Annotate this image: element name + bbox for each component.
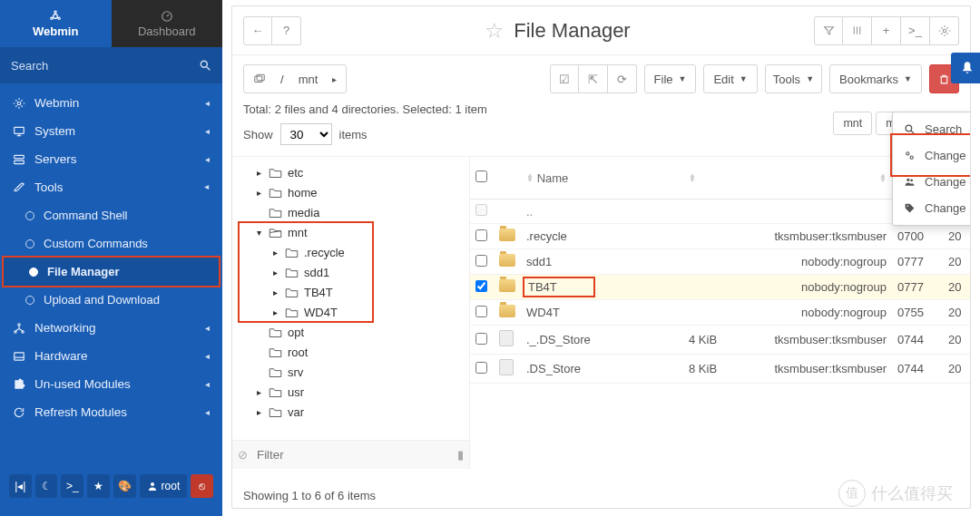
tree-arrow-icon[interactable]: ▸ [254, 407, 263, 417]
columns-button[interactable] [843, 16, 872, 45]
table-row[interactable]: sdd1nobody:nogroup077720 [470, 249, 970, 275]
sidebar-item-networking[interactable]: Networking◂ [0, 314, 222, 342]
breadcrumb-current[interactable]: mnt [293, 69, 324, 90]
select-all-checkbox[interactable] [475, 170, 487, 182]
tree-arrow-icon[interactable]: ▸ [270, 307, 279, 317]
tree-item-TB4T[interactable]: ▸TB4T [234, 282, 467, 302]
settings-button[interactable] [930, 16, 959, 45]
table-row[interactable]: WD4Tnobody:nogroup075520 [470, 300, 970, 326]
breadcrumb-root[interactable]: / [275, 69, 289, 90]
edit-menu[interactable]: Edit▼ [703, 64, 757, 93]
sidebar-item-tools[interactable]: Tools▾ [0, 173, 222, 201]
tree-item-media[interactable]: media [234, 202, 467, 222]
tree-filter-input[interactable] [253, 444, 452, 465]
sidebar-item-servers[interactable]: Servers◂ [0, 145, 222, 173]
footer-status: Showing 1 to 6 of 6 items [243, 489, 376, 502]
sidebar-item-refresh-modules[interactable]: Refresh Modules◂ [0, 398, 222, 426]
tools-permissions[interactable]: Change permissions [893, 142, 971, 169]
footer-star-button[interactable]: ★ [87, 474, 110, 498]
table-row[interactable]: .recycletksmbuser:tksmbuser070020 [470, 224, 970, 249]
search-input[interactable] [11, 59, 199, 73]
row-checkbox[interactable] [475, 306, 487, 317]
tree-filter-folder-icon[interactable]: ▮ [457, 448, 464, 462]
tree-filter-close-icon[interactable]: ⊘ [238, 448, 248, 462]
row-checkbox[interactable] [475, 333, 487, 345]
table-row[interactable]: .DS_Store8 KiBtksmbuser:tksmbuser074420 [470, 355, 970, 384]
select-all-button[interactable]: ☑ [550, 64, 579, 93]
row-checkbox[interactable] [475, 280, 487, 292]
tree-item-etc[interactable]: ▸etc [234, 162, 467, 182]
page-title-wrap: ☆ File Manager [307, 18, 808, 44]
sidebar-item-system[interactable]: System◂ [0, 117, 222, 145]
tree-item-root[interactable]: root [234, 342, 467, 362]
help-button[interactable]: ? [272, 16, 301, 45]
tree-arrow-icon[interactable]: ▸ [254, 168, 263, 178]
tree-item-mnt[interactable]: ▾mnt [234, 222, 467, 242]
sidebar-item-un-used-modules[interactable]: Un-used Modules◂ [0, 370, 222, 398]
tree-item-usr[interactable]: ▸usr [234, 382, 467, 402]
tab-dashboard[interactable]: Dashboard [112, 0, 223, 47]
gears-icon [904, 150, 916, 161]
tree-item-home[interactable]: ▸home [234, 182, 467, 202]
gear-icon [13, 97, 25, 110]
footer-logout-button[interactable]: ⎋ [191, 474, 213, 498]
tree-item-WD4T[interactable]: ▸WD4T [234, 302, 467, 322]
search-icon[interactable] [199, 59, 211, 72]
tree-item-var[interactable]: ▸var [234, 402, 467, 422]
tree-arrow-icon[interactable]: ▸ [270, 287, 279, 297]
tab-webmin[interactable]: Webmin [0, 0, 112, 47]
back-button[interactable]: ← [243, 16, 272, 45]
sidebar-subitem-custom-commands[interactable]: Custom Commands [0, 229, 222, 258]
tree-arrow-icon[interactable]: ▸ [270, 248, 279, 258]
table-row[interactable]: TB4Tnobody:nogroup077720 [470, 275, 970, 300]
sidebar-item-webmin[interactable]: Webmin◂ [0, 89, 222, 117]
sidebar-item-hardware[interactable]: Hardware◂ [0, 342, 222, 370]
footer-user-button[interactable]: root [140, 474, 188, 498]
col-name[interactable]: Name [537, 171, 569, 185]
bookmarks-menu[interactable]: Bookmarks▼ [829, 64, 922, 93]
row-checkbox[interactable] [475, 255, 487, 267]
folder-icon [269, 406, 282, 418]
footer-palette-button[interactable]: 🎨 [113, 474, 136, 498]
tree-item-sdd1[interactable]: ▸sdd1 [234, 262, 467, 282]
sidebar-search[interactable] [0, 47, 222, 83]
sidebar-subitem-upload-and-download[interactable]: Upload and Download [0, 286, 222, 314]
invert-select-button[interactable]: ⇱ [579, 64, 608, 93]
refresh-button[interactable]: ⟳ [608, 64, 637, 93]
cell-mod: 20 [943, 326, 970, 355]
terminal-button[interactable]: >_ [901, 16, 930, 45]
bookmark-0[interactable]: mnt [833, 112, 872, 135]
tools-ownership[interactable]: Change ownership [893, 169, 971, 195]
row-checkbox[interactable] [475, 362, 487, 374]
breadcrumb[interactable]: / mnt ▸ [243, 64, 347, 93]
sidebar-subitem-command-shell[interactable]: Command Shell [0, 201, 222, 229]
chevron-icon: ◂ [205, 351, 210, 361]
show-count-select[interactable]: 30 [280, 123, 332, 145]
table-row[interactable]: ._.DS_Store4 KiBtksmbuser:tksmbuser07442… [470, 326, 970, 355]
tree-arrow-icon[interactable]: ▸ [254, 188, 263, 198]
tree-arrow-icon[interactable]: ▸ [270, 268, 279, 277]
favorite-star-icon[interactable]: ☆ [485, 18, 505, 44]
filter-button[interactable] [814, 16, 843, 45]
tree-item-opt[interactable]: opt [234, 322, 467, 342]
new-button[interactable]: + [872, 16, 901, 45]
footer-terminal-button[interactable]: >_ [61, 474, 83, 498]
sidebar-subitem-file-manager[interactable]: File Manager [2, 256, 220, 287]
tree-arrow-icon[interactable]: ▸ [254, 387, 263, 397]
file-menu[interactable]: File▼ [644, 64, 697, 93]
tools-menu-button[interactable]: Tools▼ [765, 64, 822, 93]
footer-night-button[interactable]: ☾ [35, 474, 58, 498]
tree-arrow-icon[interactable]: ▾ [254, 228, 263, 238]
svg-point-37 [910, 180, 913, 182]
breadcrumb-root-icon[interactable] [248, 69, 271, 89]
tree-item-.recycle[interactable]: ▸.recycle [234, 242, 467, 262]
cell-size [683, 249, 747, 275]
footer-expand-button[interactable]: |◂| [9, 474, 32, 498]
row-checkbox[interactable] [475, 204, 487, 216]
tools-attributes[interactable]: Change attributes [893, 195, 971, 221]
notifications-tab[interactable] [951, 53, 980, 83]
row-checkbox[interactable] [475, 229, 487, 241]
tree-item-srv[interactable]: srv [234, 362, 467, 382]
folder-tree[interactable]: ▸etc▸homemedia▾mnt▸.recycle▸sdd1▸TB4T▸WD… [232, 157, 469, 438]
tools-search[interactable]: Search [893, 116, 971, 142]
